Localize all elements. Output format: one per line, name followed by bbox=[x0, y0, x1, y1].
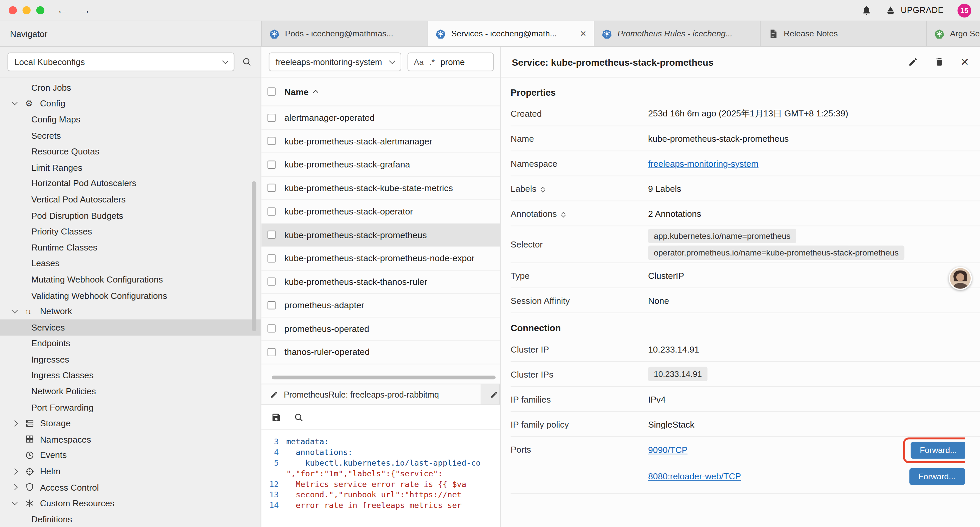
sidebar-scrollbar[interactable] bbox=[252, 181, 256, 331]
table-row-alertmanager-operated[interactable]: alertmanager-operated bbox=[261, 107, 500, 130]
sidebar-item-leases[interactable]: Leases bbox=[0, 255, 261, 271]
row-checkbox[interactable] bbox=[267, 161, 275, 169]
column-header-name[interactable]: Name bbox=[285, 87, 309, 97]
delete-resource-icon[interactable] bbox=[934, 57, 944, 67]
sidebar-item-custom-resources[interactable]: Custom Resources bbox=[0, 495, 261, 511]
sidebar-item-port-forwarding[interactable]: Port Forwarding bbox=[0, 399, 261, 415]
table-row-thanos-ruler-operated[interactable]: thanos-ruler-operated bbox=[261, 341, 500, 364]
sidebar-item-priority-classes[interactable]: Priority Classes bbox=[0, 223, 261, 239]
table-row-prometheus-operated[interactable]: prometheus-operated bbox=[261, 317, 500, 341]
notification-count-badge[interactable]: 15 bbox=[958, 3, 971, 17]
table-row-kube-prometheus-stack-prometheus-node-expor[interactable]: kube-prometheus-stack-prometheus-node-ex… bbox=[261, 247, 500, 270]
sidebar-item-vertical-pod-autoscalers[interactable]: Vertical Pod Autoscalers bbox=[0, 191, 261, 207]
table-horizontal-scrollbar[interactable] bbox=[272, 376, 496, 379]
chevron-down-icon[interactable] bbox=[12, 307, 18, 314]
table-row-kube-prometheus-stack-thanos-ruler[interactable]: kube-prometheus-stack-thanos-ruler bbox=[261, 270, 500, 293]
forward-button[interactable]: Forward... bbox=[910, 442, 965, 459]
minimize-window-button[interactable] bbox=[22, 6, 30, 14]
sidebar-item-pod-disruption-budgets[interactable]: Pod Disruption Budgets bbox=[0, 207, 261, 223]
sidebar-item-cron-jobs[interactable]: Cron Jobs bbox=[0, 80, 261, 96]
sidebar-item-ingress-classes[interactable]: Ingress Classes bbox=[0, 367, 261, 383]
notifications-bell-icon[interactable] bbox=[861, 5, 872, 16]
tab-pods-icecheng-mathmas[interactable]: Pods - icecheng@mathmas... bbox=[261, 21, 427, 46]
sidebar-item-events[interactable]: Events bbox=[0, 447, 261, 463]
sidebar-item-access-control[interactable]: Access Control bbox=[0, 479, 261, 495]
user-avatar[interactable] bbox=[949, 267, 972, 290]
sidebar-item-validating-webhook-configurations[interactable]: Validating Webhook Configurations bbox=[0, 287, 261, 303]
sidebar-item-ingresses[interactable]: Ingresses bbox=[0, 351, 261, 367]
sidebar-item-network-policies[interactable]: Network Policies bbox=[0, 383, 261, 399]
table-row-kube-prometheus-stack-alertmanager[interactable]: kube-prometheus-stack-alertmanager bbox=[261, 130, 500, 153]
table-row-kube-prometheus-stack-prometheus[interactable]: kube-prometheus-stack-prometheus bbox=[261, 223, 500, 247]
sidebar-item-config[interactable]: ⚙Config bbox=[0, 96, 261, 111]
close-window-button[interactable] bbox=[9, 6, 17, 14]
sidebar-item-network[interactable]: ↑↓Network bbox=[0, 303, 261, 319]
table-row-prometheus-adapter[interactable]: prometheus-adapter bbox=[261, 294, 500, 317]
close-tab-icon[interactable] bbox=[580, 28, 586, 39]
dock-tab-prometheusrule[interactable]: PrometheusRule: freeleaps-prod-rabbitmq bbox=[261, 384, 481, 404]
sort-asc-icon[interactable] bbox=[313, 90, 318, 95]
table-row-kube-prometheus-stack-operator[interactable]: kube-prometheus-stack-operator bbox=[261, 200, 500, 223]
forward-button[interactable]: Forward... bbox=[909, 468, 965, 485]
back-button[interactable] bbox=[57, 5, 68, 16]
row-checkbox[interactable] bbox=[267, 114, 275, 122]
chevron-down-icon[interactable] bbox=[12, 499, 18, 506]
port-link-9090-tcp[interactable]: 9090/TCP bbox=[648, 445, 687, 455]
expand-collapse-icon[interactable] bbox=[541, 185, 544, 192]
match-case-toggle[interactable]: Aa bbox=[414, 57, 424, 66]
sidebar-item-resource-quotas[interactable]: Resource Quotas bbox=[0, 143, 261, 159]
tab-argo-se[interactable]: Argo Se bbox=[926, 21, 980, 46]
zoom-window-button[interactable] bbox=[37, 6, 45, 14]
close-details-icon[interactable] bbox=[961, 55, 969, 69]
dock-tab-next[interactable] bbox=[481, 384, 500, 404]
select-all-checkbox[interactable] bbox=[267, 88, 275, 96]
sidebar-item-label: Ingress Classes bbox=[31, 370, 94, 380]
sidebar-search-icon[interactable] bbox=[242, 57, 252, 67]
regex-toggle[interactable]: .* bbox=[429, 57, 434, 66]
code-text: metadata: bbox=[286, 436, 329, 447]
expand-collapse-icon[interactable] bbox=[562, 210, 565, 217]
row-checkbox[interactable] bbox=[267, 207, 275, 215]
sidebar-item-definitions[interactable]: Definitions bbox=[0, 511, 261, 527]
sidebar-item-storage[interactable]: Storage bbox=[0, 415, 261, 431]
save-icon[interactable] bbox=[271, 412, 281, 422]
chevron-right-icon[interactable] bbox=[12, 484, 18, 490]
sidebar-item-horizontal-pod-autoscalers[interactable]: Horizontal Pod Autoscalers bbox=[0, 175, 261, 191]
tab-prometheus-rules-icecheng[interactable]: Prometheus Rules - icecheng... bbox=[594, 21, 760, 46]
yaml-editor[interactable]: 3metadata:4 annotations:5 kubectl.kubern… bbox=[261, 430, 500, 527]
sidebar-item-namespaces[interactable]: Namespaces bbox=[0, 431, 261, 447]
namespace-selector[interactable]: freeleaps-monitoring-system bbox=[269, 53, 401, 71]
chevron-right-icon[interactable] bbox=[12, 420, 18, 427]
row-checkbox[interactable] bbox=[267, 277, 275, 285]
editor-search-icon[interactable] bbox=[294, 412, 304, 422]
sidebar-item-endpoints[interactable]: Endpoints bbox=[0, 335, 261, 351]
edit-resource-icon[interactable] bbox=[908, 57, 918, 67]
row-checkbox[interactable] bbox=[267, 301, 275, 309]
table-row-kube-prometheus-stack-kube-state-metrics[interactable]: kube-prometheus-stack-kube-state-metrics bbox=[261, 177, 500, 200]
chevron-right-icon[interactable] bbox=[12, 468, 18, 474]
sidebar-item-helm[interactable]: Helm bbox=[0, 463, 261, 479]
sidebar-item-mutating-webhook-configurations[interactable]: Mutating Webhook Configurations bbox=[0, 271, 261, 287]
row-checkbox[interactable] bbox=[267, 325, 275, 333]
upgrade-button[interactable]: UPGRADE bbox=[886, 5, 943, 15]
table-row-kube-prometheus-stack-grafana[interactable]: kube-prometheus-stack-grafana bbox=[261, 153, 500, 177]
sidebar-item-services[interactable]: Services bbox=[0, 319, 261, 335]
code-text: kubectl.kubernetes.io/last-applied-co bbox=[286, 458, 480, 468]
sidebar-item-limit-ranges[interactable]: Limit Ranges bbox=[0, 159, 261, 175]
port-link-8080-reloader-web-tcp[interactable]: 8080:reloader-web/TCP bbox=[648, 471, 741, 481]
tab-release-notes[interactable]: Release Notes bbox=[760, 21, 926, 46]
kubeconfig-selector[interactable]: Local Kubeconfigs bbox=[7, 53, 234, 71]
chevron-down-icon[interactable] bbox=[12, 99, 18, 106]
row-checkbox[interactable] bbox=[267, 231, 275, 239]
sidebar-item-runtime-classes[interactable]: Runtime Classes bbox=[0, 239, 261, 255]
row-checkbox[interactable] bbox=[267, 137, 275, 145]
tab-services-icecheng-math[interactable]: Services - icecheng@math... bbox=[428, 21, 594, 46]
sidebar-item-secrets[interactable]: Secrets bbox=[0, 127, 261, 143]
row-checkbox[interactable] bbox=[267, 254, 275, 262]
sidebar-item-config-maps[interactable]: Config Maps bbox=[0, 111, 261, 127]
forward-button[interactable] bbox=[80, 5, 91, 16]
row-checkbox[interactable] bbox=[267, 184, 275, 192]
row-checkbox[interactable] bbox=[267, 348, 275, 356]
list-search-input[interactable]: Aa .* prome bbox=[407, 53, 494, 71]
link-freeleaps-monitoring-system[interactable]: freeleaps-monitoring-system bbox=[648, 158, 759, 169]
